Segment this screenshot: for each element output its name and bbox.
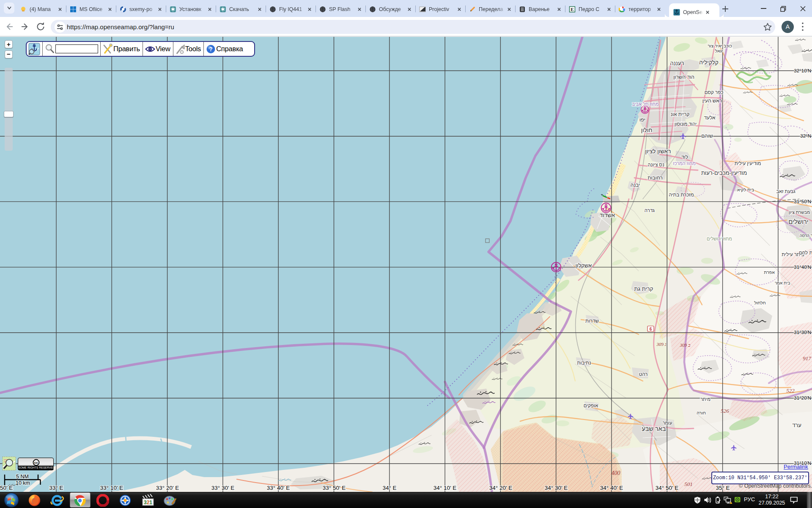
svg-text:32°10′N: 32°10′N xyxy=(794,68,811,73)
svg-text:501: 501 xyxy=(684,481,693,487)
svg-text:400: 400 xyxy=(612,470,620,476)
svg-text:31°50′N: 31°50′N xyxy=(794,199,811,204)
svg-text:33° 10′ E: 33° 10′ E xyxy=(100,485,123,491)
svg-text:קריית אונ: קריית אונ xyxy=(671,112,690,117)
svg-text:E: E xyxy=(571,7,573,12)
svg-text:נס ציונה: נס ציונה xyxy=(647,162,664,167)
svg-text:31°40′N: 31°40′N xyxy=(794,265,811,270)
svg-text:הוד השרון: הוד השרון xyxy=(673,74,694,80)
svg-text:34° 20′ E: 34° 20′ E xyxy=(489,485,512,491)
svg-text:מחוז ירושלים: מחוז ירושלים xyxy=(707,236,732,241)
svg-text:ירושלים: ירושלים xyxy=(789,218,809,225)
svg-text:בית לחם: בית לחם xyxy=(799,250,812,255)
svg-text:יגאל: יגאל xyxy=(715,48,723,53)
svg-text:34° 30′ E: 34° 30′ E xyxy=(545,485,568,491)
svg-text:מודיעין עילית: מודיעין עילית xyxy=(735,161,761,166)
svg-text:35° E: 35° E xyxy=(716,485,730,491)
svg-text:כפר קסם: כפר קסם xyxy=(705,90,723,95)
svg-text:cc: cc xyxy=(34,461,38,465)
svg-text:אפרת: אפרת xyxy=(764,270,775,275)
svg-text:10 km: 10 km xyxy=(16,480,30,486)
svg-text:גבעת זאב: גבעת זאב xyxy=(776,189,795,194)
svg-text:33° 20′ E: 33° 20′ E xyxy=(156,485,179,491)
svg-text:31°20′N: 31°20′N xyxy=(794,395,811,400)
svg-text:יהוד מונוסון: יהוד מונוסון xyxy=(675,121,697,127)
svg-text:33° 30′ E: 33° 30′ E xyxy=(211,485,234,491)
svg-text:33° 40′ E: 33° 40′ E xyxy=(267,485,290,491)
svg-text:5 NM: 5 NM xyxy=(16,474,29,480)
svg-text:מיתר: מיתר xyxy=(700,397,710,402)
svg-text:מזכרת בתיה: מזכרת בתיה xyxy=(669,192,694,197)
svg-text:בית לקיא: בית לקיא xyxy=(737,187,754,192)
svg-text:גדרה: גדרה xyxy=(645,208,655,213)
svg-text:יפו: יפו xyxy=(639,117,645,123)
svg-text:321: 321 xyxy=(144,500,152,505)
svg-text:מחוז תל אביב: מחוז תל אביב xyxy=(632,102,658,107)
svg-text:מחוז המרכז: מחוז המרכז xyxy=(673,161,696,166)
svg-text:ערד: ערד xyxy=(792,422,801,428)
svg-text:כוכב יאיר צור: כוכב יאיר צור xyxy=(708,43,732,48)
svg-text:אשדוד: אשדוד xyxy=(600,212,615,218)
svg-text:309 ג: 309 ג xyxy=(656,342,667,347)
svg-text:שדרות: שדרות xyxy=(585,318,599,323)
svg-text:522: 522 xyxy=(786,387,795,394)
svg-text:רהט: רהט xyxy=(639,372,648,377)
svg-text:קלקיליה: קלקיליה xyxy=(699,59,718,66)
svg-text:מודיעין-מכבים-רעות: מודיעין-מכבים-רעות xyxy=(701,170,747,176)
svg-text:32°N: 32°N xyxy=(800,133,811,138)
svg-text:נתיבות: נתיבות xyxy=(577,360,591,365)
svg-text:309 ב: 309 ב xyxy=(680,342,691,348)
svg-text:31°30′N: 31°30′N xyxy=(794,330,811,335)
svg-text:אופקים: אופקים xyxy=(584,403,598,408)
svg-text:חולון: חולון xyxy=(641,127,653,133)
svg-text:באר שבע: באר שבע xyxy=(642,425,666,432)
svg-text:526: 526 xyxy=(721,408,729,414)
svg-text:מבשרת ציון: מבשרת ציון xyxy=(789,210,810,215)
svg-text:שוהם: שוהם xyxy=(701,133,713,139)
svg-text:רעננה: רעננה xyxy=(670,60,684,66)
svg-text:קרית גת: קרית גת xyxy=(634,286,653,292)
svg-text:אשקלון: אשקלון xyxy=(576,262,592,269)
svg-text:עומר: עומר xyxy=(663,420,672,425)
svg-text:33° 50′ E: 33° 50′ E xyxy=(323,485,346,491)
svg-text:34° 40′ E: 34° 40′ E xyxy=(600,485,623,491)
svg-text:חורה: חורה xyxy=(697,410,706,415)
svg-text:34° 50′ E: 34° 50′ E xyxy=(656,485,678,491)
svg-text:ראש העין: ראש העין xyxy=(702,98,722,104)
svg-text:ראשון לציון: ראשון לציון xyxy=(645,148,671,155)
svg-text:917: 917 xyxy=(803,355,811,362)
svg-text:34° E: 34° E xyxy=(382,485,396,491)
svg-text:רחובות: רחובות xyxy=(647,175,663,181)
svg-text:צור הדסה: צור הדסה xyxy=(800,233,812,238)
svg-text:אלעד: אלעד xyxy=(704,115,716,121)
svg-text:6: 6 xyxy=(650,327,652,331)
svg-text:?: ? xyxy=(209,46,213,52)
svg-text:34° 10′ E: 34° 10′ E xyxy=(433,485,456,491)
svg-text:בית אמר: בית אמר xyxy=(775,281,790,285)
svg-text:יבנה: יבנה xyxy=(631,182,640,188)
svg-text:לוד: לוד xyxy=(681,154,688,160)
svg-text:חלחול: חלחול xyxy=(754,300,766,305)
